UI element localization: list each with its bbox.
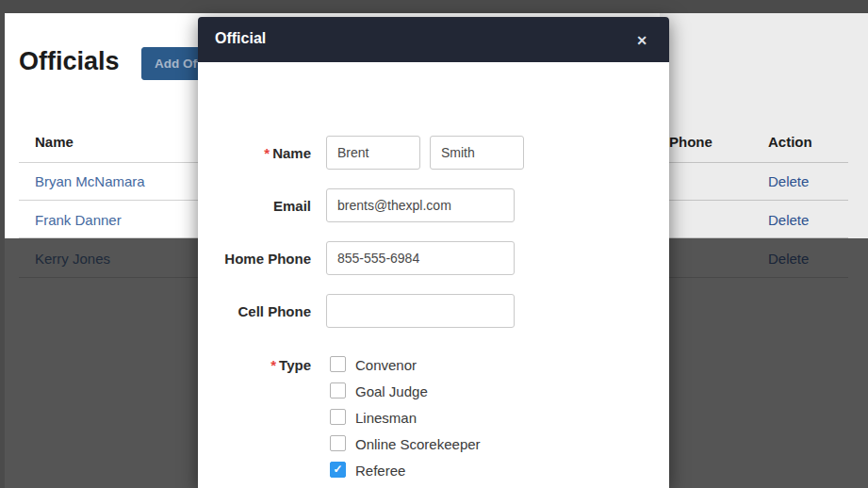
type-field-label: *Type [198,357,311,373]
home-phone-field-label: Home Phone [198,251,311,267]
last-name-input[interactable] [430,136,524,170]
modal-body: *Name Email Home Phone Cell Phone *Type … [198,62,669,488]
left-gray-strip [0,0,5,488]
name-field-label: *Name [198,145,311,161]
official-name-link[interactable]: Bryan McNamara [35,173,145,189]
official-modal: Official ✕ *Name Email Home Phone Cell P… [198,17,669,488]
modal-backdrop-light [660,13,868,238]
cell-phone-input[interactable] [326,294,515,328]
checkbox-convenor[interactable]: ✓ [330,356,346,372]
checkbox-online-scorekeeper[interactable]: ✓ [330,435,346,451]
cell-phone-field-label: Cell Phone [198,303,311,319]
modal-header: Official ✕ [198,17,669,62]
checkbox-referee[interactable]: ✓ [330,462,346,478]
first-name-input[interactable] [326,136,420,170]
checkbox-label: Linesman [355,410,417,426]
checkbox-label: Convenor [355,357,417,373]
modal-title: Official [215,30,266,47]
required-asterisk: * [264,145,270,161]
checkbox-label: Goal Judge [355,383,428,399]
checkbox-label: Online Scorekeeper [355,436,481,452]
screen: Officials Add Official Name Phone Action… [0,0,868,488]
email-input[interactable] [326,188,515,222]
page-title: Officials [19,47,120,76]
checkbox-goal-judge[interactable]: ✓ [330,382,346,399]
checkbox-linesman[interactable]: ✓ [330,409,346,425]
top-gray-strip [0,0,868,13]
home-phone-input[interactable] [326,241,515,275]
official-name-link[interactable]: Frank Danner [35,212,122,228]
checkbox-label: Referee [355,463,405,479]
email-field-label: Email [198,198,311,214]
table-header-name: Name [35,134,74,150]
close-icon[interactable]: ✕ [631,31,653,50]
required-asterisk: * [270,357,276,373]
